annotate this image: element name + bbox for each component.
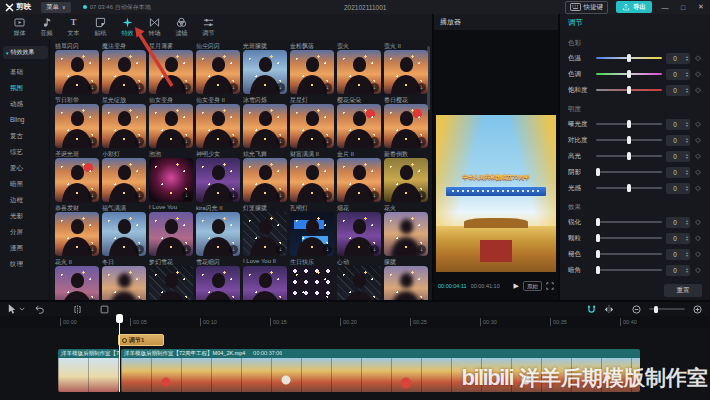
effect-item[interactable]: ↓恭喜发财 xyxy=(55,158,99,213)
effect-item[interactable]: ↓I Love You xyxy=(149,158,193,210)
effect-thumbnail[interactable]: ↓ xyxy=(196,158,240,202)
slider-handle[interactable] xyxy=(627,86,631,94)
stepper-icon[interactable]: ▴▾ xyxy=(684,251,690,257)
effect-item-partial[interactable]: ↓ xyxy=(196,266,240,300)
slider-handle[interactable] xyxy=(627,70,631,78)
adjust-value-box[interactable]: 0▴▾ xyxy=(666,53,690,64)
stepper-down-icon[interactable]: ▾ xyxy=(686,254,688,257)
adjust-slider[interactable] xyxy=(596,139,662,141)
slider-handle[interactable] xyxy=(627,120,631,128)
adjust-value-box[interactable]: 0▴▾ xyxy=(666,119,690,130)
effect-thumbnail[interactable]: ↓ xyxy=(290,212,334,256)
adjust-value-box[interactable]: 0▴▾ xyxy=(666,265,690,276)
effect-thumbnail[interactable]: ↓ xyxy=(337,50,381,94)
minimize-button[interactable]: — xyxy=(660,4,670,11)
effect-item-partial[interactable]: ↓ xyxy=(55,266,99,300)
shortcut-keys-button[interactable]: 快捷键 xyxy=(565,1,609,14)
sidebar-item-texture[interactable]: 纹理 xyxy=(10,260,23,269)
effect-item[interactable]: ↓冰雪闪烁 xyxy=(243,50,287,105)
effect-item[interactable]: ↓星光绽放 xyxy=(102,50,146,105)
effect-item-partial[interactable]: ↓ xyxy=(243,266,287,300)
effect-thumbnail[interactable]: ↓ xyxy=(102,158,146,202)
adjust-value-box[interactable]: 0▴▾ xyxy=(666,249,690,260)
adjust-slider[interactable] xyxy=(596,73,662,75)
maximize-button[interactable]: □ xyxy=(678,4,688,11)
zoom-out-button[interactable] xyxy=(632,305,641,314)
timeline-zoom-slider[interactable] xyxy=(649,308,685,310)
stepper-down-icon[interactable]: ▾ xyxy=(686,140,688,143)
effect-item-partial[interactable]: ↓ xyxy=(384,266,428,300)
effect-item-partial[interactable]: ↓ xyxy=(290,266,334,300)
effect-thumbnail[interactable]: ↓ xyxy=(290,50,334,94)
effect-item[interactable]: ↓金片 II xyxy=(337,104,381,159)
stepper-down-icon[interactable]: ▾ xyxy=(686,74,688,77)
adjust-tab[interactable]: 调节 xyxy=(560,14,710,32)
stepper-down-icon[interactable]: ▾ xyxy=(686,90,688,93)
effect-item[interactable]: ↓仙女变身 II xyxy=(196,50,240,105)
adjust-slider[interactable] xyxy=(596,237,662,239)
effect-item[interactable]: ↓节日彩带 xyxy=(55,50,99,105)
effect-thumbnail[interactable]: ↓ xyxy=(337,158,381,202)
effect-thumbnail[interactable]: ↓ xyxy=(55,50,99,94)
stepper-icon[interactable]: ▴▾ xyxy=(684,185,690,191)
zoom-in-button[interactable] xyxy=(693,305,702,314)
effect-thumbnail[interactable]: ↓ xyxy=(290,104,334,148)
stepper-down-icon[interactable]: ▾ xyxy=(686,270,688,273)
stepper-icon[interactable]: ▴▾ xyxy=(684,235,690,241)
stepper-icon[interactable]: ▴▾ xyxy=(684,55,690,61)
effect-thumbnail[interactable]: ↓ xyxy=(384,104,428,148)
effect-item[interactable]: ↓雪花细闪 xyxy=(196,212,240,267)
effect-item[interactable]: ↓朦胧 xyxy=(384,212,428,267)
reset-diamond-icon[interactable]: ◇ xyxy=(694,234,702,242)
effect-item[interactable]: ↓生日快乐 xyxy=(290,212,334,267)
adjust-slider[interactable] xyxy=(596,89,662,91)
adjust-value-box[interactable]: 0▴▾ xyxy=(666,167,690,178)
stepper-icon[interactable]: ▴▾ xyxy=(684,137,690,143)
slider-handle[interactable] xyxy=(596,266,600,274)
select-tool-button[interactable] xyxy=(8,304,16,314)
sidebar-item-comic[interactable]: 漫画 xyxy=(10,244,23,253)
adjust-value-box[interactable]: 0▴▾ xyxy=(666,69,690,80)
adjust-value-box[interactable]: 0▴▾ xyxy=(666,151,690,162)
auto-snap-toggle[interactable] xyxy=(587,305,596,314)
stepper-icon[interactable]: ▴▾ xyxy=(684,267,690,273)
slider-handle[interactable] xyxy=(627,152,631,160)
toolbar-item-adjust[interactable]: 调节 xyxy=(195,14,222,40)
adjust-value-box[interactable]: 0▴▾ xyxy=(666,183,690,194)
sidebar-item-ambience[interactable]: 氛围 xyxy=(10,84,23,93)
effect-thumbnail[interactable]: ↓ xyxy=(102,50,146,94)
stepper-icon[interactable]: ▴▾ xyxy=(684,169,690,175)
effect-item[interactable]: ↓炫光飞舞 xyxy=(243,104,287,159)
toolbar-item-audio[interactable]: 音频 xyxy=(33,14,60,40)
effect-item[interactable]: ↓新春倒数 xyxy=(384,104,428,159)
effect-thumbnail[interactable]: ↓ xyxy=(337,104,381,148)
clip1-title-bar[interactable]: 洋羊模版后期制作室【72周 xyxy=(58,349,119,358)
effect-item[interactable]: ↓泡泡 xyxy=(149,104,193,159)
effect-item[interactable]: ↓花火 II xyxy=(55,212,99,267)
effect-thumbnail[interactable]: ↓ xyxy=(149,266,193,300)
sidebar-item-dark[interactable]: 暗黑 xyxy=(10,180,23,189)
reset-diamond-icon[interactable]: ◇ xyxy=(694,250,702,258)
playhead-handle[interactable] xyxy=(116,314,123,323)
effect-thumbnail[interactable]: ↓ xyxy=(196,266,240,300)
undo-button[interactable] xyxy=(35,305,45,314)
effect-thumbnail[interactable]: ↓ xyxy=(55,158,99,202)
adjust-slider[interactable] xyxy=(596,155,662,157)
effect-thumbnail[interactable]: ↓ xyxy=(149,212,193,256)
effect-item[interactable]: ↓花火 xyxy=(384,158,428,213)
effect-item-partial[interactable]: ↓ xyxy=(102,266,146,300)
fullscreen-button[interactable] xyxy=(546,282,554,290)
stepper-down-icon[interactable]: ▾ xyxy=(686,156,688,159)
reset-diamond-icon[interactable]: ◇ xyxy=(694,266,702,274)
zoom-slider-handle[interactable] xyxy=(654,306,658,313)
stepper-down-icon[interactable]: ▾ xyxy=(686,58,688,61)
sidebar-item-frame[interactable]: 边框 xyxy=(10,196,23,205)
effect-item[interactable]: ↓星星灯 xyxy=(290,50,334,105)
adjust-slider[interactable] xyxy=(596,253,662,255)
sidebar-item-love[interactable]: 爱心 xyxy=(10,164,23,173)
slider-handle[interactable] xyxy=(627,136,631,144)
toolbar-item-effects[interactable]: 特效 xyxy=(114,14,141,40)
timeline-ruler[interactable]: 00:0000:0500:1000:1500:2000:2500:3000:35… xyxy=(0,316,710,328)
effect-thumbnail[interactable]: ↓ xyxy=(196,104,240,148)
effect-thumbnail[interactable]: ↓ xyxy=(243,212,287,256)
